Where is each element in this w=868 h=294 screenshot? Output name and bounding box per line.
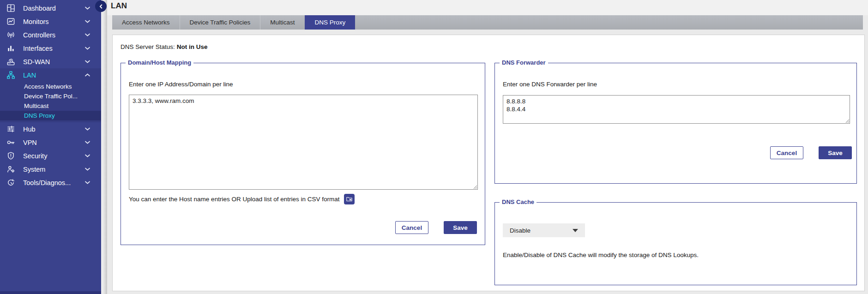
chevron-down-icon xyxy=(85,168,90,171)
sidebar-item-dashboard[interactable]: Dashboard xyxy=(0,1,101,15)
dns-forwarder-legend: DNS Forwarder xyxy=(500,59,548,66)
domain-host-mapping-fieldset: Domain/Host Mapping Enter one IP Address… xyxy=(121,63,485,245)
chevron-down-icon xyxy=(85,154,90,157)
content-panel: DNS Server Status:Not in Use Domain/Host… xyxy=(112,35,865,291)
sidebar-subitem-device-traffic-policies[interactable]: Device Traffic Pol... xyxy=(0,91,101,101)
sidebar-item-label: Dashboard xyxy=(23,5,56,12)
sidebar-collapse-button[interactable] xyxy=(95,0,107,12)
tools-rotate-icon xyxy=(6,178,15,187)
sidebar-item-label: VPN xyxy=(23,139,37,146)
sidebar-item-label: Hub xyxy=(23,126,36,133)
sidebar-footer-strip xyxy=(0,291,101,294)
domain-host-mapping-actions: Cancel Save xyxy=(395,221,477,234)
chevron-left-icon xyxy=(98,3,104,10)
network-tree-icon xyxy=(6,71,15,80)
subitem-label: Multicast xyxy=(24,102,48,109)
sidebar-item-monitors[interactable]: Monitors xyxy=(0,15,101,28)
sidebar-item-lan[interactable]: LAN xyxy=(0,68,101,82)
sidebar-subitem-dns-proxy[interactable]: DNS Proxy xyxy=(0,111,101,120)
sidebar-item-label: Tools/Diagnos... xyxy=(23,179,71,186)
chevron-down-icon xyxy=(85,20,90,23)
chevron-down-icon xyxy=(85,33,90,36)
folder-upload-icon xyxy=(346,196,353,203)
sidebar-item-label: LAN xyxy=(23,72,36,79)
tab-multicast[interactable]: Multicast xyxy=(260,15,304,30)
dns-forwarder-textarea[interactable]: 8.8.8.8 8.8.4.4 xyxy=(503,95,850,124)
dns-forwarder-hint: Enter one DNS Forwarder per line xyxy=(503,81,597,88)
chevron-down-icon xyxy=(85,47,90,50)
sidebar-item-security[interactable]: Security xyxy=(0,149,101,162)
sidebar-item-label: System xyxy=(23,166,45,173)
tab-access-networks[interactable]: Access Networks xyxy=(112,15,180,30)
dns-server-status: DNS Server Status:Not in Use xyxy=(121,43,208,50)
tab-bar: Access Networks Device Traffic Policies … xyxy=(112,15,863,30)
domain-host-mapping-legend: Domain/Host Mapping xyxy=(126,59,193,66)
shield-icon xyxy=(6,151,15,161)
cancel-button[interactable]: Cancel xyxy=(395,221,428,234)
sidebar: Dashboard Monitors Controllers Interface… xyxy=(0,0,101,294)
sidebar-item-controllers[interactable]: Controllers xyxy=(0,28,101,42)
monitor-chart-icon xyxy=(6,17,15,26)
antenna-signal-icon xyxy=(6,30,15,40)
tab-device-traffic-policies[interactable]: Device Traffic Policies xyxy=(180,15,260,30)
sidebar-item-label: Monitors xyxy=(23,18,49,25)
save-button[interactable]: Save xyxy=(819,146,852,159)
sidebar-item-interfaces[interactable]: Interfaces xyxy=(0,42,101,55)
chevron-down-icon xyxy=(85,127,90,131)
subitem-label: DNS Proxy xyxy=(24,112,55,119)
chevron-down-icon xyxy=(85,181,90,184)
dns-server-status-value: Not in Use xyxy=(177,43,208,50)
chevron-up-icon xyxy=(85,73,90,77)
dns-cache-legend: DNS Cache xyxy=(500,198,536,205)
dashboard-grid-icon xyxy=(6,4,15,13)
top-header-bar xyxy=(107,0,868,15)
chevron-down-icon xyxy=(85,6,90,10)
domain-host-mapping-textarea[interactable]: 3.3.3.3, www.ram.com xyxy=(129,95,478,190)
sidebar-item-system[interactable]: System xyxy=(0,162,101,176)
user-gear-icon xyxy=(6,165,15,174)
csv-upload-note: You can enter the Host name entries OR U… xyxy=(129,196,339,203)
chevron-down-icon xyxy=(85,60,90,63)
sidebar-group-lan: LAN Access Networks Device Traffic Pol..… xyxy=(0,68,101,122)
chevron-down-icon xyxy=(85,141,90,144)
page-title: LAN xyxy=(111,1,127,11)
csv-upload-row: You can enter the Host name entries OR U… xyxy=(129,194,355,204)
csv-upload-button[interactable] xyxy=(344,194,355,204)
subitem-label: Access Networks xyxy=(24,83,72,90)
dropdown-caret-icon xyxy=(573,229,578,232)
router-wifi-icon xyxy=(6,57,15,66)
dns-cache-fieldset: DNS Cache Disable Enable/Disable of DNS … xyxy=(494,202,857,285)
sidebar-scroll-strip xyxy=(101,0,107,294)
sidebar-item-label: Controllers xyxy=(23,31,55,39)
sidebar-item-sdwan[interactable]: SD-WAN xyxy=(0,55,101,68)
domain-host-mapping-hint: Enter one IP Address/Domain per line xyxy=(129,81,233,88)
sliders-icon xyxy=(6,125,15,134)
cancel-button[interactable]: Cancel xyxy=(770,146,803,159)
dns-cache-select[interactable]: Disable xyxy=(503,223,585,237)
app-root: Dashboard Monitors Controllers Interface… xyxy=(0,0,868,294)
dns-forwarder-actions: Cancel Save xyxy=(770,146,852,159)
sidebar-item-label: Security xyxy=(23,152,47,160)
dns-cache-selected-value: Disable xyxy=(510,227,530,234)
sidebar-item-vpn[interactable]: VPN xyxy=(0,136,101,149)
subitem-label: Device Traffic Pol... xyxy=(24,93,78,100)
bar-chart-icon xyxy=(6,44,15,53)
sidebar-item-hub[interactable]: Hub xyxy=(0,122,101,136)
sidebar-item-tools-diagnostics[interactable]: Tools/Diagnos... xyxy=(0,176,101,189)
dns-forwarder-fieldset: DNS Forwarder Enter one DNS Forwarder pe… xyxy=(494,63,857,184)
sidebar-item-label: SD-WAN xyxy=(23,58,50,66)
sidebar-item-label: Interfaces xyxy=(23,45,53,52)
tab-dns-proxy[interactable]: DNS Proxy xyxy=(305,15,356,30)
key-icon xyxy=(6,138,15,147)
dns-cache-note: Enable/Disable of DNS Cache will modify … xyxy=(503,252,699,258)
save-button[interactable]: Save xyxy=(444,221,477,234)
dns-server-status-label: DNS Server Status: xyxy=(121,43,175,50)
sidebar-subitem-multicast[interactable]: Multicast xyxy=(0,101,101,111)
sidebar-subitem-access-networks[interactable]: Access Networks xyxy=(0,82,101,91)
